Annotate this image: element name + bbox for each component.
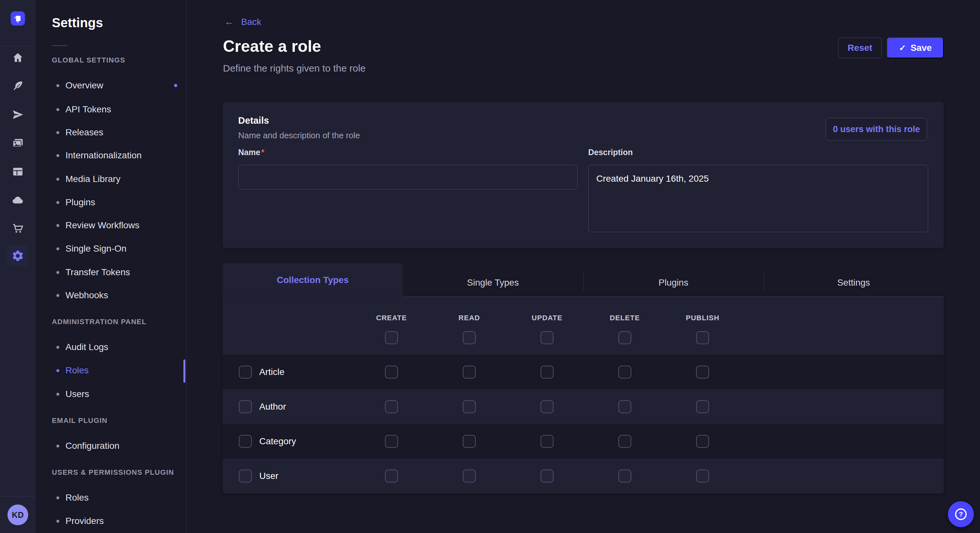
sidebar-item-audit-logs[interactable]: Audit Logs (36, 341, 185, 354)
author-update-checkbox[interactable] (541, 400, 554, 413)
bullet-icon (56, 108, 59, 111)
layout-builder-icon[interactable] (11, 165, 24, 178)
user-publish-checkbox[interactable] (696, 470, 709, 482)
section-label-global-settings: GLOBAL SETTINGS (52, 56, 126, 65)
column-header-read: READ (458, 314, 480, 322)
sidebar-item-providers[interactable]: Providers (36, 514, 185, 528)
bullet-icon (56, 444, 59, 447)
tab-plugins[interactable]: Plugins (583, 269, 764, 296)
sidebar-item-internationalization[interactable]: Internationalization (36, 149, 185, 162)
sidebar-item-releases[interactable]: Releases (36, 126, 185, 139)
table-row-author: Author (223, 389, 944, 424)
title-underline (52, 45, 67, 46)
back-arrow-icon: ← (224, 16, 234, 27)
article-create-checkbox[interactable] (385, 366, 398, 379)
media-library-icon[interactable] (11, 136, 24, 150)
role-description-textarea[interactable]: Created January 16th, 2025 (588, 165, 928, 232)
check-icon: ✓ (899, 43, 906, 53)
svg-text:?: ? (959, 510, 963, 518)
select-all-update-checkbox[interactable] (541, 331, 554, 344)
article-update-checkbox[interactable] (541, 366, 554, 379)
category-publish-checkbox[interactable] (696, 435, 709, 448)
column-header-delete: DELETE (610, 314, 640, 322)
sidebar-item-overview[interactable]: Overview (36, 79, 185, 92)
column-header-update: UPDATE (532, 314, 563, 322)
back-link[interactable]: ←Back (224, 15, 261, 28)
home-icon[interactable] (11, 51, 24, 64)
category-read-checkbox[interactable] (463, 435, 476, 448)
page-title: Create a role (223, 37, 321, 56)
user-select-checkbox[interactable] (239, 470, 252, 482)
sidebar-item-up-roles[interactable]: Roles (36, 491, 185, 504)
subnav-scrollbar-thumb[interactable] (183, 359, 185, 383)
sidebar-item-users[interactable]: Users (36, 388, 185, 401)
save-button[interactable]: ✓ Save (887, 38, 944, 58)
role-name-input[interactable] (238, 165, 578, 189)
author-create-checkbox[interactable] (385, 400, 398, 413)
author-publish-checkbox[interactable] (696, 400, 709, 413)
sidebar-item-plugins[interactable]: Plugins (36, 196, 185, 209)
author-select-checkbox[interactable] (239, 400, 252, 413)
sidebar-item-webhooks[interactable]: Webhooks (36, 289, 185, 302)
section-label-email-plugin: EMAIL PLUGIN (52, 416, 108, 425)
tab-settings[interactable]: Settings (764, 269, 944, 296)
sidebar-item-roles-active[interactable]: Roles (36, 364, 185, 377)
reset-button[interactable]: Reset (838, 38, 882, 58)
section-label-administration-panel: ADMINISTRATION PANEL (52, 318, 146, 327)
permissions-tabs: Collection Types Single Types Plugins Se… (223, 263, 944, 297)
marketplace-cart-icon[interactable] (11, 222, 24, 235)
select-all-create-checkbox[interactable] (385, 331, 398, 344)
select-all-read-checkbox[interactable] (463, 331, 476, 344)
content-feather-icon[interactable] (11, 80, 24, 93)
sidebar-item-review-workflows[interactable]: Review Workflows (36, 219, 185, 232)
article-read-checkbox[interactable] (463, 366, 476, 379)
user-read-checkbox[interactable] (463, 470, 476, 482)
sidebar-item-configuration[interactable]: Configuration (36, 439, 185, 452)
tab-collection-types[interactable]: Collection Types (223, 263, 403, 297)
strapi-admin-create-role-page: { "colors": { "primary": "#4945ff", "pri… (0, 0, 980, 533)
bullet-icon (56, 201, 59, 204)
bullet-icon (56, 520, 59, 523)
category-create-checkbox[interactable] (385, 435, 398, 448)
article-delete-checkbox[interactable] (618, 366, 631, 379)
strapi-logo[interactable] (11, 11, 25, 25)
settings-gear-icon-active[interactable] (8, 246, 28, 266)
table-row-category: Category (223, 424, 944, 458)
bullet-icon (56, 131, 59, 134)
cloud-icon[interactable] (11, 194, 24, 206)
user-create-checkbox[interactable] (385, 470, 398, 482)
category-update-checkbox[interactable] (541, 435, 554, 448)
help-button[interactable]: ? (948, 501, 974, 527)
category-delete-checkbox[interactable] (618, 435, 631, 448)
author-delete-checkbox[interactable] (618, 400, 631, 413)
send-plane-icon[interactable] (11, 108, 24, 121)
article-publish-checkbox[interactable] (696, 366, 709, 379)
sidebar-item-api-tokens[interactable]: API Tokens (36, 103, 185, 116)
author-read-checkbox[interactable] (463, 400, 476, 413)
bullet-icon (56, 271, 59, 274)
row-label: Category (259, 424, 296, 458)
bullet-icon (56, 154, 59, 157)
tab-divider (764, 272, 764, 292)
bullet-icon (56, 497, 59, 499)
sidebar-item-single-sign-on[interactable]: Single Sign-On (36, 242, 185, 255)
article-select-checkbox[interactable] (239, 366, 252, 379)
column-header-publish: PUBLISH (686, 314, 719, 322)
notification-dot (174, 84, 177, 87)
description-field-label: Description (588, 148, 633, 157)
bullet-icon (56, 84, 59, 87)
sidebar-item-transfer-tokens[interactable]: Transfer Tokens (36, 266, 185, 279)
bullet-icon (56, 369, 59, 372)
user-avatar[interactable]: KD (8, 504, 28, 525)
select-all-publish-checkbox[interactable] (696, 331, 709, 344)
user-update-checkbox[interactable] (541, 470, 554, 482)
rail-divider (0, 46, 36, 46)
select-all-delete-checkbox[interactable] (618, 331, 631, 344)
users-with-role-button[interactable]: 0 users with this role (826, 118, 927, 141)
sidebar-item-media-library[interactable]: Media Library (36, 173, 185, 186)
user-delete-checkbox[interactable] (618, 470, 631, 482)
row-label: User (259, 458, 278, 493)
rail-divider (0, 497, 36, 497)
tab-single-types[interactable]: Single Types (403, 269, 583, 296)
category-select-checkbox[interactable] (239, 435, 252, 448)
